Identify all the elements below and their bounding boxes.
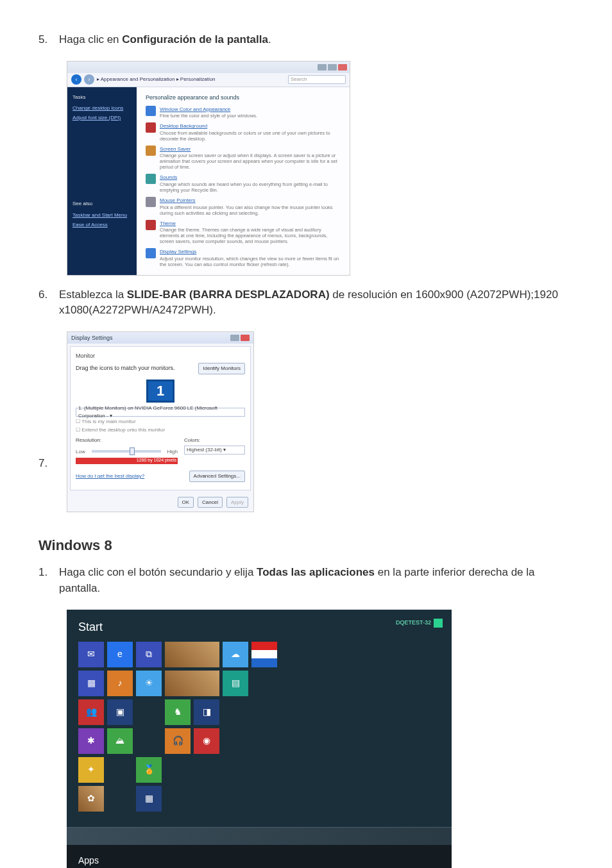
item-desc: Fine tune the color and style of your wi…: [160, 113, 257, 119]
cancel-button[interactable]: Cancel: [198, 497, 223, 508]
tile-more[interactable]: ▦: [136, 786, 162, 812]
personalize-item[interactable]: Window Color and Appearance Fine tune th…: [146, 106, 341, 119]
monitor-icon[interactable]: 1: [146, 380, 174, 403]
sidebar-link-ease-access[interactable]: Ease of Access: [72, 221, 132, 229]
navbar: ‹ › ▸ Appearance and Personalization ▸ P…: [67, 73, 350, 87]
minimize-icon[interactable]: [230, 335, 239, 341]
step-7-number: 7.: [38, 379, 67, 472]
personalize-item[interactable]: Screen Saver Change your screen saver or…: [146, 146, 341, 171]
tile-music[interactable]: ♪: [107, 671, 133, 696]
avatar-icon: [434, 619, 443, 628]
breadcrumb[interactable]: ▸ Appearance and Personalization ▸ Perso…: [97, 76, 285, 83]
tile-bing[interactable]: ✦: [78, 757, 104, 783]
item-title: Mouse Pointers: [160, 197, 341, 204]
personalize-item[interactable]: Theme Change the theme. Themes can chang…: [146, 220, 341, 245]
tile-desktop[interactable]: [165, 671, 219, 696]
personalize-item[interactable]: Mouse Pointers Pick a different mouse po…: [146, 197, 341, 216]
sidebar-link-font-size[interactable]: Adjust font size (DPI): [72, 114, 132, 122]
step-6: 6. Establezca la SLIDE-BAR (BARRA DESPLA…: [38, 287, 574, 319]
back-icon[interactable]: ‹: [71, 74, 81, 85]
w8-step-1-text: Haga clic con el botón secundario y elij…: [59, 565, 574, 596]
main-title: Personalize appearance and sounds: [146, 94, 341, 102]
item-title: Window Color and Appearance: [160, 106, 257, 113]
slider-thumb-icon[interactable]: [130, 447, 135, 455]
item-desc: Change the theme. Themes can change a wi…: [160, 227, 341, 244]
resolution-label: Resolution:: [76, 437, 178, 444]
item-icon: [146, 174, 156, 184]
apps-title: Apps: [78, 854, 440, 867]
item-icon: [146, 197, 156, 207]
identify-monitors-button[interactable]: Identify Monitors: [198, 363, 245, 374]
close-icon[interactable]: [241, 335, 250, 341]
item-icon: [146, 220, 156, 230]
apply-button[interactable]: Apply: [226, 497, 248, 508]
tile-mail[interactable]: ✉: [78, 642, 104, 667]
tile-ie[interactable]: e: [107, 642, 133, 667]
tile-maps[interactable]: ◨: [194, 699, 219, 725]
dialog-titlebar: Display Settings: [67, 332, 253, 344]
step-6-text: Establezca la SLIDE-BAR (BARRA DESPLAZAD…: [59, 287, 574, 319]
tile-reader[interactable]: ✿: [78, 786, 104, 812]
tile-messaging[interactable]: ✱: [78, 728, 104, 754]
tile-calendar[interactable]: ▦: [78, 671, 104, 696]
dialog-title: Display Settings: [71, 334, 113, 342]
item-desc: Change which sounds are heard when you d…: [160, 181, 341, 193]
colors-label: Colors:: [184, 437, 200, 444]
tile-photos[interactable]: ▣: [107, 699, 133, 725]
tile-grid: ✉ e ⧉ ☁ ▦ ♪ ☀ ▤ 👥 ▣ ♞ ◨ ✱ ⛰: [78, 642, 440, 812]
maximize-icon[interactable]: [328, 64, 337, 71]
tile-travel[interactable]: 🏅: [136, 757, 162, 783]
main-pane: Personalize appearance and sounds Window…: [137, 87, 350, 275]
resolution-slider[interactable]: [92, 450, 161, 453]
sidebar-link-desktop-icons[interactable]: Change desktop icons: [72, 104, 132, 112]
extend-desktop-checkbox[interactable]: ☐ Extend the desktop onto this monitor: [76, 426, 245, 434]
tile-news[interactable]: [251, 642, 277, 667]
tile-finance[interactable]: ▤: [223, 671, 248, 696]
minimize-icon[interactable]: [318, 64, 327, 71]
colors-dropdown[interactable]: Highest (32-bit) ▾: [184, 446, 245, 455]
personalization-window: ‹ › ▸ Appearance and Personalization ▸ P…: [67, 61, 350, 276]
sidebar-link-taskbar[interactable]: Taskbar and Start Menu: [72, 212, 132, 219]
best-display-link[interactable]: How do I get the best display?: [76, 472, 144, 480]
tile-weather[interactable]: ☀: [136, 671, 162, 696]
start-screen: Start DQETEST-32 ✉ e ⧉ ☁ ▦ ♪ ☀ ▤ 👥 ▣ ♞ ◨: [67, 610, 452, 827]
advanced-settings-button[interactable]: Advanced Settings...: [189, 471, 245, 482]
ok-button[interactable]: OK: [178, 497, 194, 508]
item-desc: Pick a different mouse pointer. You can …: [160, 204, 341, 216]
item-title: Theme: [160, 220, 341, 228]
personalize-item[interactable]: Desktop Background Choose from available…: [146, 122, 341, 142]
divider-stripe: [67, 827, 452, 845]
item-title: Screen Saver: [160, 146, 341, 153]
see-also-header: See also: [72, 200, 132, 208]
drag-label: Drag the icons to match your monitors.: [76, 364, 175, 372]
apps-screen: Apps ▣Bing▤Calendar▣Camera▦Finance▥Games…: [67, 845, 452, 868]
close-icon[interactable]: [338, 64, 347, 71]
w8-step-1-number: 1.: [38, 565, 59, 596]
personalize-item[interactable]: Sounds Change which sounds are heard whe…: [146, 174, 341, 193]
item-desc: Adjust your monitor resolution, which ch…: [160, 256, 341, 267]
start-title: Start: [78, 619, 440, 635]
sidebar: Tasks Change desktop icons Adjust font s…: [67, 87, 137, 275]
personalize-item[interactable]: Display Settings Adjust your monitor res…: [146, 248, 341, 267]
user-badge[interactable]: DQETEST-32: [396, 619, 443, 628]
tile-games[interactable]: ♞: [165, 699, 191, 725]
tile-sports[interactable]: ⛰: [107, 728, 133, 754]
tile-people[interactable]: 👥: [78, 699, 104, 725]
step-5-text: Haga clic en Configuración de la pantall…: [59, 32, 574, 48]
monitor-dropdown[interactable]: 1. (Multiple Monitors) on NVIDIA GeForce…: [76, 408, 245, 417]
tile-skydrive[interactable]: ☁: [223, 642, 248, 667]
tile-store[interactable]: ⧉: [136, 642, 162, 667]
windows-8-heading: Windows 8: [38, 535, 574, 556]
item-title: Desktop Background: [160, 122, 341, 130]
tile-camera[interactable]: ◉: [194, 728, 219, 754]
step-5: 5. Haga clic en Configuración de la pant…: [38, 32, 574, 48]
item-title: Display Settings: [160, 248, 341, 256]
search-input[interactable]: Search: [288, 75, 346, 84]
monitor-tab[interactable]: Monitor: [76, 352, 245, 360]
tile-video[interactable]: 🎧: [165, 728, 191, 754]
tile-photo[interactable]: [165, 642, 219, 667]
step-5-number: 5.: [38, 32, 59, 48]
item-desc: Choose from available backgrounds or col…: [160, 130, 341, 142]
item-icon: [146, 248, 156, 258]
forward-icon[interactable]: ›: [84, 74, 94, 85]
